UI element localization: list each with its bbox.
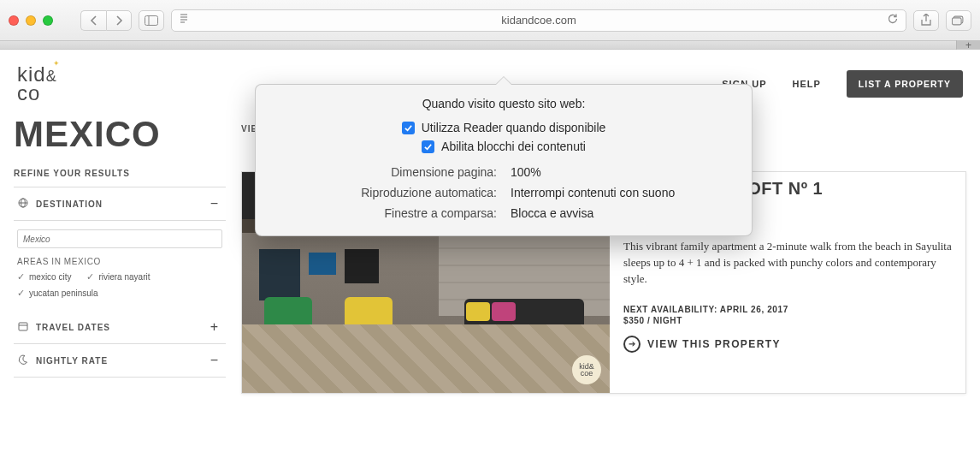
- svg-rect-0: [145, 15, 158, 25]
- reader-or-site-settings-icon[interactable]: [179, 13, 189, 27]
- check-icon: ✓: [17, 271, 25, 283]
- filter-destination-label: DESTINATION: [36, 199, 103, 209]
- globe-icon: [17, 198, 29, 210]
- filter-destination-header[interactable]: DESTINATION −: [14, 187, 226, 221]
- photo-brand-badge: kid& coe: [572, 355, 601, 384]
- checkbox-checked-icon[interactable]: [422, 140, 434, 153]
- autoplay-value[interactable]: Interrompi contenuti con suono: [511, 186, 733, 199]
- check-icon: ✓: [17, 288, 25, 299]
- list-property-button[interactable]: LIST A PROPERTY: [847, 70, 963, 98]
- new-tab-button[interactable]: +: [956, 40, 980, 50]
- listing-description: This vibrant family apartment a 2-minute…: [623, 239, 952, 288]
- show-all-tabs-button[interactable]: [946, 10, 971, 31]
- refine-label: REFINE YOUR RESULTS: [14, 169, 226, 178]
- sidebar-button[interactable]: [139, 10, 164, 31]
- close-window-button[interactable]: [9, 15, 19, 26]
- minimize-window-button[interactable]: [26, 15, 36, 26]
- page-content: kid& co ✦ SIGN UP HELP LIST A PROPERTY M…: [0, 50, 980, 458]
- site-logo[interactable]: kid& co ✦: [17, 65, 57, 102]
- area-label: riviera nayarit: [98, 272, 150, 282]
- page-title: MEXICO: [14, 114, 226, 155]
- forward-button[interactable]: [106, 10, 132, 31]
- area-item[interactable]: ✓ riviera nayarit: [86, 271, 150, 283]
- areas-title: AREAS IN MEXICO: [17, 257, 222, 266]
- view-property-label: VIEW THIS PROPERTY: [647, 338, 781, 350]
- reader-checkbox-row[interactable]: Utilizza Reader quando disponibile: [402, 121, 606, 134]
- logo-amp: &: [46, 68, 57, 85]
- page-size-key: Dimensione pagina:: [275, 165, 497, 179]
- destination-input[interactable]: [17, 229, 222, 248]
- zoom-window-button[interactable]: [43, 15, 53, 26]
- arrow-right-icon: ➔: [623, 336, 641, 353]
- svg-rect-11: [19, 323, 27, 330]
- area-item[interactable]: ✓ mexico city: [17, 271, 71, 283]
- logo-star-icon: ✦: [53, 60, 61, 67]
- nav-back-forward: [80, 10, 132, 31]
- tab-strip: +: [0, 41, 980, 50]
- browser-toolbar: kidandcoe.com: [0, 0, 980, 41]
- area-label: yucatan peninsula: [29, 288, 98, 298]
- popups-value[interactable]: Blocca e avvisa: [511, 206, 733, 220]
- listing-availability: NEXT AVAILABILITY: APRIL 26, 2017: [623, 305, 952, 314]
- collapse-icon: −: [210, 353, 222, 368]
- nav-help[interactable]: HELP: [793, 79, 821, 89]
- listing-price: $350 / NIGHT: [623, 316, 952, 325]
- url-bar[interactable]: kidandcoe.com: [171, 9, 906, 32]
- content-blocker-checkbox-row[interactable]: Abilita blocchi dei contenuti: [422, 140, 586, 153]
- page-size-value[interactable]: 100%: [511, 165, 733, 179]
- window-controls: [9, 15, 53, 26]
- area-item[interactable]: ✓ yucatan peninsula: [17, 288, 98, 299]
- url-text: kidandcoe.com: [501, 14, 576, 27]
- share-button[interactable]: [913, 10, 939, 31]
- checkbox-checked-icon[interactable]: [402, 122, 415, 134]
- back-button[interactable]: [80, 10, 106, 31]
- collapse-icon: −: [210, 196, 222, 211]
- area-label: mexico city: [29, 272, 71, 282]
- filter-travel-dates-header[interactable]: TRAVEL DATES +: [14, 311, 226, 344]
- calendar-icon: [17, 321, 29, 333]
- svg-rect-7: [952, 17, 961, 24]
- content-blocker-label: Abilita blocchi dei contenuti: [441, 140, 586, 153]
- filter-travel-dates-label: TRAVEL DATES: [36, 323, 110, 332]
- check-icon: ✓: [86, 271, 94, 283]
- filter-destination-body: AREAS IN MEXICO ✓ mexico city ✓ riviera …: [14, 221, 226, 311]
- autoplay-key: Riproduzione automatica:: [275, 186, 497, 199]
- view-property-link[interactable]: ➔ VIEW THIS PROPERTY: [623, 336, 952, 353]
- filter-nightly-rate-label: NIGHTLY RATE: [36, 356, 108, 366]
- filters-panel: MEXICO REFINE YOUR RESULTS DESTINATION −…: [14, 107, 226, 394]
- moon-icon: [17, 354, 29, 366]
- reload-button[interactable]: [887, 13, 899, 27]
- popover-title: Quando visito questo sito web:: [275, 97, 733, 110]
- expand-icon: +: [210, 319, 222, 335]
- popups-key: Finestre a comparsa:: [275, 206, 497, 220]
- filter-nightly-rate-header[interactable]: NIGHTLY RATE −: [14, 344, 226, 378]
- site-settings-popover: Quando visito questo sito web: Utilizza …: [255, 84, 753, 236]
- logo-coe: co: [17, 81, 40, 104]
- reader-label: Utilizza Reader quando disponibile: [422, 121, 606, 134]
